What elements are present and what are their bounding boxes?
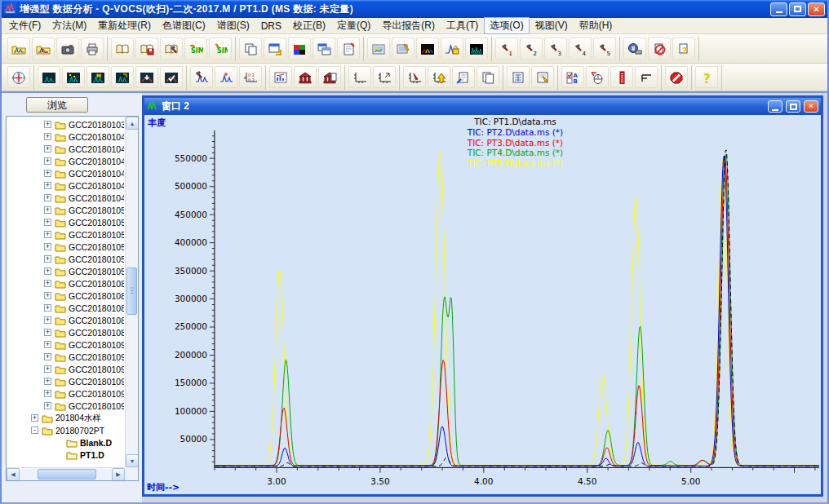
tree-expander-icon[interactable]: + xyxy=(44,390,51,397)
menu-file[interactable]: 文件(F) xyxy=(3,17,47,34)
tree-expander-icon[interactable]: + xyxy=(44,365,51,373)
tree-item[interactable]: -20180702PT xyxy=(7,424,124,436)
tree-expander-icon[interactable]: + xyxy=(44,182,51,189)
chrom-view-1-button[interactable] xyxy=(38,66,60,88)
tree-expander-icon[interactable]: + xyxy=(44,304,51,312)
hammer-4-button[interactable]: 4 xyxy=(569,38,592,60)
tree-expander-icon[interactable]: + xyxy=(44,219,51,226)
tree-horizontal-scrollbar[interactable]: ◀ ▶ xyxy=(7,467,125,480)
tree-item[interactable]: +201804水样 xyxy=(7,412,124,424)
scroll-up-icon[interactable]: ▲ xyxy=(126,117,139,130)
horizontal-scroll-thumb[interactable] xyxy=(38,469,96,480)
tree-expander-icon[interactable]: + xyxy=(44,402,51,409)
minimize-button[interactable] xyxy=(770,2,787,16)
chart-window-titlebar[interactable]: 窗口 2 × xyxy=(144,98,821,115)
hammer-1-button[interactable]: 1 xyxy=(495,38,518,60)
menu-spectrum[interactable]: 谱图(S) xyxy=(211,17,255,34)
report-table-button[interactable] xyxy=(507,66,530,88)
load-sim-signal-button[interactable]: SIM xyxy=(184,38,207,60)
snapshot-button[interactable] xyxy=(56,38,79,60)
tree-item[interactable]: +GCC20180104C xyxy=(7,179,124,192)
tree-item[interactable]: +GCC20180103C xyxy=(7,118,124,130)
hammer-3-button[interactable]: 3 xyxy=(544,38,567,60)
menu-help[interactable]: 帮助(H) xyxy=(574,17,618,34)
tree-expander-icon[interactable]: + xyxy=(44,341,51,348)
menu-quantitate[interactable]: 定量(Q) xyxy=(331,17,376,34)
doc-export-button[interactable] xyxy=(452,66,475,88)
cancel-report-button[interactable] xyxy=(648,38,671,60)
chrom-view-2-button[interactable] xyxy=(62,66,85,88)
tile-windows-button[interactable] xyxy=(313,38,335,60)
edit-sim-signal-button[interactable]: SIM xyxy=(209,38,232,60)
edit-report-picture-button[interactable] xyxy=(392,38,414,60)
manual-integrate-button[interactable] xyxy=(215,66,237,88)
tree-item[interactable]: +GCC201801091 xyxy=(7,387,124,400)
tree-expander-icon[interactable]: + xyxy=(44,194,51,201)
tree-item[interactable]: +GCC20180108C xyxy=(7,302,124,314)
close-button[interactable]: × xyxy=(808,2,825,16)
table-corner-button[interactable] xyxy=(635,66,658,88)
maximize-button[interactable] xyxy=(789,2,806,16)
tree-item[interactable]: +GCC20180104C xyxy=(7,143,124,155)
doc-copy-button[interactable] xyxy=(477,66,499,88)
overlay-data-files-button[interactable] xyxy=(32,38,55,60)
tree-expander-icon[interactable]: + xyxy=(44,267,51,275)
tree-item[interactable]: +GCC201801091 xyxy=(7,400,124,412)
help-button[interactable]: ? xyxy=(695,66,718,88)
tree-item[interactable]: +GCC20180105C xyxy=(7,265,124,277)
percent-report-button[interactable] xyxy=(269,66,292,88)
menu-calibrate[interactable]: 校正(B) xyxy=(287,17,331,34)
tree-expander-icon[interactable]: + xyxy=(44,121,51,128)
tree-expander-icon[interactable]: + xyxy=(44,145,51,153)
tree-expander-icon[interactable]: + xyxy=(44,353,51,360)
tree-expander-icon[interactable]: + xyxy=(44,292,51,299)
report-edit-button[interactable] xyxy=(531,66,554,88)
tree-item[interactable]: +GCC20180109C xyxy=(7,351,124,363)
copy-window-button[interactable] xyxy=(239,38,262,60)
hammer-5-button[interactable]: 5 xyxy=(593,38,616,60)
scroll-right-icon[interactable]: ▶ xyxy=(112,468,125,481)
tree-item[interactable]: +GCC20180109C xyxy=(7,338,124,351)
select-colors-button[interactable] xyxy=(288,38,311,60)
tree-item[interactable]: Blank.D xyxy=(7,436,124,449)
tree-item[interactable]: +GCC20180105C xyxy=(7,241,124,253)
chrom-view-4-button[interactable] xyxy=(111,66,134,88)
tree-item[interactable]: +GCC20180104C xyxy=(7,167,124,179)
tree-expander-icon[interactable]: + xyxy=(44,378,51,385)
menu-method[interactable]: 方法(M) xyxy=(47,17,92,34)
axes-select-button[interactable] xyxy=(373,66,396,88)
compass-button[interactable]: NSWE xyxy=(7,66,30,88)
chrom-view-3-button[interactable]: M xyxy=(86,66,109,88)
integrate-button[interactable] xyxy=(190,66,213,88)
menu-tools[interactable]: 工具(T) xyxy=(441,17,484,34)
menu-chromatogram[interactable]: 色谱图(C) xyxy=(157,17,211,34)
peak-lock-button[interactable] xyxy=(441,38,463,60)
chromatogram-plot[interactable]: 5000010000015000020000025000030000035000… xyxy=(144,115,821,494)
menu-options[interactable]: 选项(O) xyxy=(484,17,529,34)
mouse-tools-button[interactable] xyxy=(586,66,609,88)
tree-expander-icon[interactable]: + xyxy=(44,157,51,165)
tree-item[interactable]: +GCC20180108C xyxy=(7,326,124,338)
scroll-down-icon[interactable]: ▼ xyxy=(126,454,139,467)
integration-params-button[interactable]: 0.10.2x xyxy=(239,66,262,88)
tree-expander-icon[interactable]: + xyxy=(44,231,51,238)
tree-expander-icon[interactable]: + xyxy=(44,243,51,250)
axes-autoscale-button[interactable] xyxy=(428,66,450,88)
load-data-file-button[interactable] xyxy=(7,38,30,60)
tree-expander-icon[interactable]: + xyxy=(31,414,38,422)
tree-item[interactable]: +GCC20180104C xyxy=(7,130,124,143)
tree-item[interactable]: +GCC20180105C xyxy=(7,228,124,241)
edit-method-button[interactable] xyxy=(160,38,183,60)
tree-item[interactable]: +GCC20180108C xyxy=(7,277,124,290)
menu-view[interactable]: 视图(V) xyxy=(530,17,574,34)
tree-item[interactable]: +GCC20180108C xyxy=(7,290,124,302)
edit-annotations-button[interactable] xyxy=(337,38,360,60)
open-method-button[interactable] xyxy=(111,38,134,60)
print-report-button[interactable] xyxy=(623,38,646,60)
tree-expander-icon[interactable]: + xyxy=(44,329,51,336)
tree-expander-icon[interactable]: + xyxy=(44,255,51,263)
report-picture-button[interactable] xyxy=(367,38,390,60)
tree-vertical-scrollbar[interactable]: ▲ ▼ xyxy=(125,117,138,467)
menu-reprocess[interactable]: 重新处理(R) xyxy=(92,17,157,34)
tree-item[interactable]: +GCC20180109C xyxy=(7,375,124,387)
